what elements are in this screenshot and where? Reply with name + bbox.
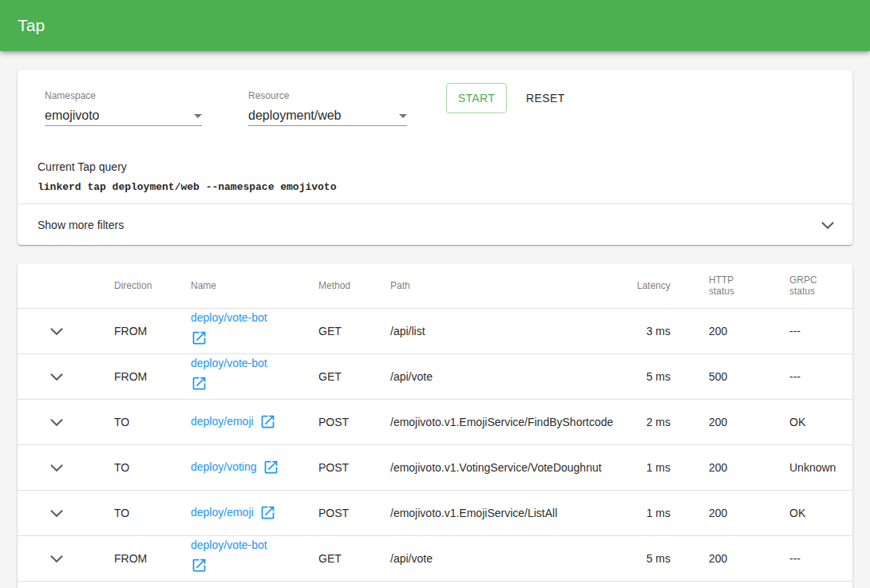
namespace-select[interactable]: Namespace emojivoto	[45, 83, 202, 126]
direction-cell: TO	[95, 490, 172, 535]
http-status-cell: 200	[690, 444, 770, 490]
resource-link[interactable]: deploy/emoji	[191, 415, 254, 428]
open-in-new-icon[interactable]	[191, 330, 208, 346]
method-cell: POST	[299, 490, 371, 535]
namespace-value: emojivoto	[45, 108, 202, 123]
method-cell: GET	[299, 535, 371, 581]
tap-filter-card: Namespace emojivoto Resource deployment/…	[18, 70, 852, 245]
table-row: FROM deploy/vote-bot GET /api/vote 5 ms …	[18, 535, 852, 581]
table-header: Direction Name Method Path Latency HTTP …	[18, 263, 852, 308]
http-status-cell: 200	[690, 490, 770, 535]
resource-link[interactable]: deploy/voting	[191, 460, 257, 474]
name-cell: deploy/emoji	[172, 399, 299, 444]
path-cell: /api/vote	[371, 535, 602, 581]
http-status-cell: 200	[690, 308, 770, 353]
expand-cell	[18, 399, 95, 444]
path-cell: /api/list	[371, 308, 602, 353]
appbar: Tap	[0, 0, 870, 51]
page-title: Tap	[18, 16, 45, 35]
expand-row-button[interactable]	[47, 367, 66, 386]
show-more-label: Show more filters	[38, 219, 124, 231]
path-cell: /emojivoto.v1.EmojiService/ListAll	[371, 490, 602, 535]
latency-cell: 2 ms	[602, 399, 690, 444]
col-method: Method	[299, 263, 371, 308]
tap-results-table: Direction Name Method Path Latency HTTP …	[18, 263, 852, 582]
namespace-label: Namespace	[45, 83, 202, 101]
latency-cell: 5 ms	[602, 353, 690, 399]
direction-cell: FROM	[95, 353, 172, 399]
resource-value: deployment/web	[248, 108, 407, 123]
query-text: linkerd tap deployment/web --namespace e…	[38, 181, 833, 193]
http-status-cell: 500	[690, 353, 770, 399]
direction-cell: FROM	[95, 308, 172, 353]
filter-buttons: START RESET	[446, 83, 571, 113]
col-grpc-status: GRPC status	[770, 263, 852, 308]
start-button[interactable]: START	[446, 83, 507, 113]
expand-row-button[interactable]	[47, 503, 66, 523]
resource-select-control[interactable]: deployment/web	[248, 108, 407, 126]
table-row: TO deploy/emoji POST /emojivoto.v1.Emoji…	[18, 399, 852, 444]
tap-results-card: Direction Name Method Path Latency HTTP …	[18, 263, 852, 588]
table-row: TO deploy/voting POST /emojivoto.v1.Voti…	[18, 444, 852, 490]
grpc-status-cell: OK	[770, 490, 852, 535]
path-cell: /emojivoto.v1.EmojiService/FindByShortco…	[371, 399, 602, 444]
dropdown-arrow-icon	[188, 106, 208, 125]
expand-cell	[18, 444, 95, 490]
expand-cell	[18, 490, 95, 535]
query-label: Current Tap query	[38, 160, 833, 173]
name-cell: deploy/vote-bot	[172, 535, 299, 581]
col-http-status: HTTP status	[690, 263, 770, 308]
chevron-down-icon[interactable]	[818, 215, 837, 235]
resource-link[interactable]: deploy/emoji	[191, 506, 254, 519]
name-cell: deploy/emoji	[172, 490, 299, 535]
table-row: TO deploy/emoji POST /emojivoto.v1.Emoji…	[18, 490, 852, 535]
resource-label: Resource	[248, 83, 407, 101]
direction-cell: FROM	[95, 535, 172, 581]
resource-link[interactable]: deploy/vote-bot	[191, 539, 267, 552]
grpc-status-cell: OK	[770, 399, 852, 444]
open-in-new-icon[interactable]	[191, 557, 208, 574]
table-row: FROM deploy/vote-bot GET /api/vote 5 ms …	[18, 353, 852, 399]
expand-row-button[interactable]	[47, 549, 66, 568]
open-in-new-icon[interactable]	[259, 504, 276, 521]
table-row: FROM deploy/vote-bot GET /api/list 3 ms …	[18, 308, 852, 353]
col-direction: Direction	[95, 263, 172, 308]
open-in-new-icon[interactable]	[259, 413, 276, 430]
http-status-cell: 200	[690, 535, 770, 581]
latency-cell: 1 ms	[602, 490, 690, 535]
grpc-status-cell: ---	[770, 353, 852, 399]
expand-row-button[interactable]	[47, 458, 66, 477]
reset-button[interactable]: RESET	[520, 85, 571, 111]
grpc-status-cell: ---	[770, 308, 852, 353]
resource-link[interactable]: deploy/vote-bot	[191, 357, 267, 370]
open-in-new-icon[interactable]	[263, 459, 279, 476]
path-cell: /api/vote	[371, 353, 602, 399]
direction-cell: TO	[95, 399, 172, 444]
name-cell: deploy/vote-bot	[172, 308, 299, 353]
open-in-new-icon[interactable]	[191, 375, 208, 392]
expand-column-header	[18, 263, 95, 308]
expand-cell	[18, 535, 95, 581]
latency-cell: 1 ms	[602, 444, 690, 490]
http-status-cell: 200	[690, 399, 770, 444]
latency-cell: 3 ms	[602, 308, 690, 353]
expand-cell	[18, 308, 95, 353]
expand-row-button[interactable]	[47, 322, 66, 341]
expand-row-button[interactable]	[47, 412, 66, 432]
grpc-status-cell: Unknown	[770, 444, 852, 490]
grpc-status-cell: ---	[770, 535, 852, 581]
direction-cell: TO	[95, 444, 172, 490]
name-cell: deploy/vote-bot	[172, 353, 299, 399]
resource-select[interactable]: Resource deployment/web	[248, 83, 407, 126]
col-latency: Latency	[602, 263, 690, 308]
name-cell: deploy/voting	[172, 444, 299, 490]
col-path: Path	[371, 263, 602, 308]
namespace-select-control[interactable]: emojivoto	[45, 108, 202, 126]
show-more-filters[interactable]: Show more filters	[18, 204, 852, 245]
main-content: Namespace emojivoto Resource deployment/…	[0, 70, 870, 588]
method-cell: POST	[299, 444, 371, 490]
dropdown-arrow-icon	[393, 106, 413, 125]
resource-link[interactable]: deploy/vote-bot	[191, 311, 267, 325]
path-cell: /emojivoto.v1.VotingService/VoteDoughnut	[371, 444, 602, 490]
filter-selects-row: Namespace emojivoto Resource deployment/…	[18, 70, 852, 126]
